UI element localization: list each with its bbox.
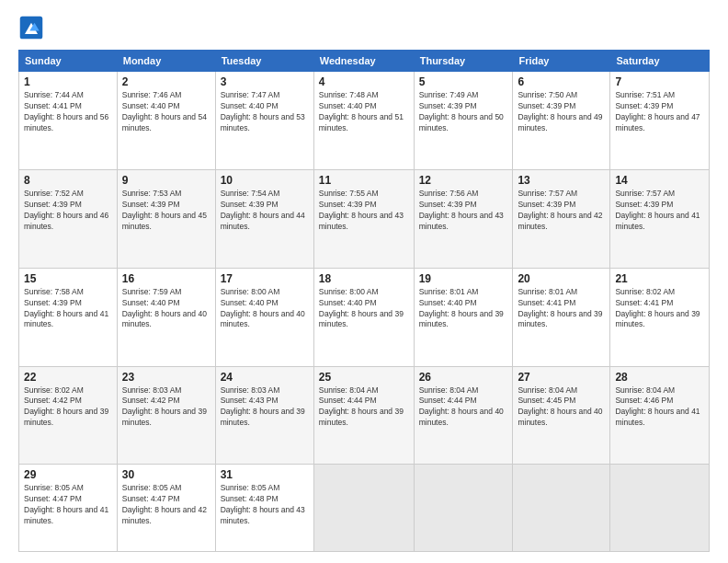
calendar-table: SundayMondayTuesdayWednesdayThursdayFrid… [18,50,710,552]
day-info: Sunrise: 7:51 AMSunset: 4:39 PMDaylight:… [615,90,704,134]
day-number: 7 [615,75,704,88]
calendar-cell: 28Sunrise: 8:04 AMSunset: 4:46 PMDayligh… [610,366,710,465]
day-info: Sunrise: 8:04 AMSunset: 4:45 PMDaylight:… [518,385,605,430]
calendar-cell: 24Sunrise: 8:03 AMSunset: 4:43 PMDayligh… [215,366,313,465]
day-number: 9 [122,174,210,187]
calendar-cell: 1Sunrise: 7:44 AMSunset: 4:41 PMDaylight… [19,72,118,170]
page: SundayMondayTuesdayWednesdayThursdayFrid… [0,0,728,563]
day-number: 19 [419,272,508,285]
weekday-header: Saturday [610,51,710,72]
weekday-header: Friday [513,51,610,72]
day-info: Sunrise: 7:47 AMSunset: 4:40 PMDaylight:… [221,90,309,134]
day-number: 3 [221,75,309,88]
calendar-cell: 27Sunrise: 8:04 AMSunset: 4:45 PMDayligh… [513,366,610,465]
calendar-cell: 29Sunrise: 8:05 AMSunset: 4:47 PMDayligh… [19,465,118,552]
day-number: 1 [24,75,112,88]
calendar-cell: 2Sunrise: 7:46 AMSunset: 4:40 PMDaylight… [117,72,215,170]
day-info: Sunrise: 7:59 AMSunset: 4:40 PMDaylight:… [122,287,210,331]
calendar-cell [313,465,414,552]
day-info: Sunrise: 8:04 AMSunset: 4:44 PMDaylight:… [419,385,508,430]
day-info: Sunrise: 7:54 AMSunset: 4:39 PMDaylight:… [221,189,309,233]
day-number: 30 [122,468,210,481]
logo [18,15,48,40]
calendar-cell: 14Sunrise: 7:57 AMSunset: 4:39 PMDayligh… [610,169,710,268]
day-number: 23 [122,371,210,384]
calendar-cell: 22Sunrise: 8:02 AMSunset: 4:42 PMDayligh… [19,366,118,465]
calendar-cell: 9Sunrise: 7:53 AMSunset: 4:39 PMDaylight… [117,169,215,268]
day-info: Sunrise: 8:05 AMSunset: 4:48 PMDaylight:… [221,483,309,527]
day-number: 28 [615,371,704,384]
calendar-cell [513,465,610,552]
day-info: Sunrise: 8:05 AMSunset: 4:47 PMDaylight:… [24,483,112,527]
day-info: Sunrise: 7:48 AMSunset: 4:40 PMDaylight:… [319,90,409,134]
day-number: 17 [221,272,309,285]
day-info: Sunrise: 7:44 AMSunset: 4:41 PMDaylight:… [24,90,112,134]
calendar-cell: 13Sunrise: 7:57 AMSunset: 4:39 PMDayligh… [513,169,610,268]
calendar-cell: 18Sunrise: 8:00 AMSunset: 4:40 PMDayligh… [313,268,414,366]
day-number: 15 [24,272,112,285]
day-info: Sunrise: 7:57 AMSunset: 4:39 PMDaylight:… [615,189,704,233]
day-info: Sunrise: 8:02 AMSunset: 4:42 PMDaylight:… [24,385,112,430]
day-number: 27 [518,371,605,384]
day-info: Sunrise: 8:05 AMSunset: 4:47 PMDaylight:… [122,483,210,527]
calendar-cell: 16Sunrise: 7:59 AMSunset: 4:40 PMDayligh… [117,268,215,366]
day-info: Sunrise: 8:04 AMSunset: 4:46 PMDaylight:… [615,385,704,430]
day-info: Sunrise: 7:53 AMSunset: 4:39 PMDaylight:… [122,189,210,233]
day-info: Sunrise: 8:03 AMSunset: 4:42 PMDaylight:… [122,385,210,430]
day-info: Sunrise: 8:00 AMSunset: 4:40 PMDaylight:… [319,287,409,331]
day-info: Sunrise: 7:49 AMSunset: 4:39 PMDaylight:… [419,90,508,134]
weekday-header: Sunday [19,51,118,72]
calendar-cell: 3Sunrise: 7:47 AMSunset: 4:40 PMDaylight… [215,72,313,170]
day-info: Sunrise: 8:01 AMSunset: 4:40 PMDaylight:… [419,287,508,331]
day-info: Sunrise: 7:57 AMSunset: 4:39 PMDaylight:… [518,189,605,233]
day-info: Sunrise: 7:58 AMSunset: 4:39 PMDaylight:… [24,287,112,331]
day-number: 14 [615,174,704,187]
calendar-cell: 25Sunrise: 8:04 AMSunset: 4:44 PMDayligh… [313,366,414,465]
day-info: Sunrise: 8:00 AMSunset: 4:40 PMDaylight:… [221,287,309,331]
logo-icon [18,15,44,40]
day-number: 8 [24,174,112,187]
calendar-cell: 19Sunrise: 8:01 AMSunset: 4:40 PMDayligh… [414,268,513,366]
weekday-header: Thursday [414,51,513,72]
day-number: 11 [319,174,409,187]
calendar-cell: 6Sunrise: 7:50 AMSunset: 4:39 PMDaylight… [513,72,610,170]
calendar-cell: 30Sunrise: 8:05 AMSunset: 4:47 PMDayligh… [117,465,215,552]
weekday-header: Tuesday [215,51,313,72]
day-number: 31 [221,468,309,481]
day-number: 18 [319,272,409,285]
day-info: Sunrise: 7:56 AMSunset: 4:39 PMDaylight:… [419,189,508,233]
day-number: 24 [221,371,309,384]
calendar-cell: 5Sunrise: 7:49 AMSunset: 4:39 PMDaylight… [414,72,513,170]
day-number: 20 [518,272,605,285]
day-info: Sunrise: 7:50 AMSunset: 4:39 PMDaylight:… [518,90,605,134]
day-info: Sunrise: 7:55 AMSunset: 4:39 PMDaylight:… [319,189,409,233]
calendar-cell: 12Sunrise: 7:56 AMSunset: 4:39 PMDayligh… [414,169,513,268]
day-number: 4 [319,75,409,88]
calendar-cell: 26Sunrise: 8:04 AMSunset: 4:44 PMDayligh… [414,366,513,465]
day-number: 22 [24,371,112,384]
calendar-cell: 4Sunrise: 7:48 AMSunset: 4:40 PMDaylight… [313,72,414,170]
calendar-cell: 20Sunrise: 8:01 AMSunset: 4:41 PMDayligh… [513,268,610,366]
day-info: Sunrise: 8:04 AMSunset: 4:44 PMDaylight:… [319,385,409,430]
day-number: 13 [518,174,605,187]
header [18,15,710,40]
day-number: 2 [122,75,210,88]
day-number: 10 [221,174,309,187]
calendar-cell: 7Sunrise: 7:51 AMSunset: 4:39 PMDaylight… [610,72,710,170]
day-info: Sunrise: 8:01 AMSunset: 4:41 PMDaylight:… [518,287,605,331]
calendar-cell [610,465,710,552]
day-number: 29 [24,468,112,481]
calendar-cell: 15Sunrise: 7:58 AMSunset: 4:39 PMDayligh… [19,268,118,366]
day-number: 5 [419,75,508,88]
day-number: 26 [419,371,508,384]
calendar-cell: 10Sunrise: 7:54 AMSunset: 4:39 PMDayligh… [215,169,313,268]
day-number: 21 [615,272,704,285]
day-number: 12 [419,174,508,187]
weekday-header: Monday [117,51,215,72]
day-info: Sunrise: 8:03 AMSunset: 4:43 PMDaylight:… [221,385,309,430]
day-number: 16 [122,272,210,285]
day-info: Sunrise: 7:46 AMSunset: 4:40 PMDaylight:… [122,90,210,134]
calendar-cell: 21Sunrise: 8:02 AMSunset: 4:41 PMDayligh… [610,268,710,366]
calendar-cell: 17Sunrise: 8:00 AMSunset: 4:40 PMDayligh… [215,268,313,366]
calendar-cell: 23Sunrise: 8:03 AMSunset: 4:42 PMDayligh… [117,366,215,465]
